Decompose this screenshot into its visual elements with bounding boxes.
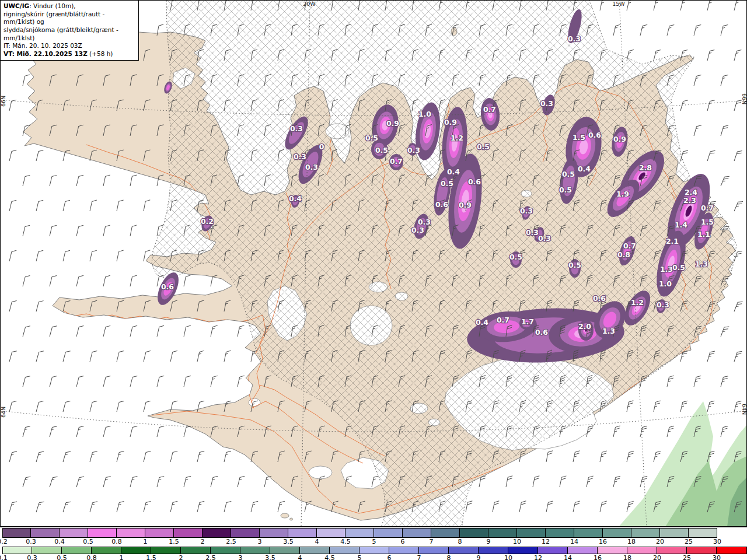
wind-barb	[36, 200, 43, 212]
scale-swatch	[657, 547, 687, 554]
title-line-2: rigning/skúrir (grænt/blátt/rautt - mm/1…	[4, 10, 136, 26]
precip-value-label: 0.3	[407, 146, 420, 155]
wind-barb	[613, 475, 620, 488]
precip-value-label: 0.3	[657, 300, 669, 309]
precip-value-label: 0	[319, 142, 324, 151]
scale-swatch	[330, 547, 359, 554]
wind-barb	[734, 200, 743, 213]
scale-swatch	[174, 528, 203, 538]
wind-barb	[546, 500, 553, 513]
wind-barb	[23, 275, 30, 288]
scale-swatch	[62, 547, 92, 554]
scale-tick-label: 5	[372, 538, 376, 545]
scale-swatch	[359, 547, 389, 554]
wind-barb	[211, 375, 218, 388]
scale-tick-label: 16	[599, 538, 607, 545]
wind-barb	[23, 325, 30, 338]
scale-swatch	[203, 528, 231, 538]
wind-barb	[211, 324, 218, 337]
wind-barb	[117, 501, 124, 513]
wind-barb	[90, 250, 97, 262]
wind-barb	[707, 0, 714, 12]
wind-barb	[734, 300, 743, 313]
wind-barb	[9, 300, 17, 313]
scale-swatch	[631, 528, 660, 538]
scale-swatch	[574, 528, 603, 538]
precip-value-label: 1.0	[659, 279, 672, 288]
precip-value-label: 0.5	[559, 186, 572, 194]
scale-tick-label: 30	[713, 538, 721, 545]
wind-barb	[170, 501, 177, 513]
scale-swatch	[60, 528, 88, 538]
wind-barb	[50, 225, 57, 237]
wind-barb	[587, 475, 594, 488]
scale-swatch	[88, 528, 117, 538]
wind-barb	[23, 425, 30, 438]
wind-barb	[103, 325, 110, 338]
wind-barb	[197, 450, 204, 463]
wind-barb	[90, 199, 97, 212]
wind-barb	[103, 425, 110, 438]
wind-barb	[506, 475, 512, 488]
title-line-3: slydda/snjókoma (grátt/bleikt/grænt - mm…	[4, 26, 136, 42]
meridian-label: 15W	[612, 1, 625, 7]
wind-barb	[130, 425, 137, 438]
wind-barb	[36, 501, 44, 513]
wind-barb	[90, 400, 97, 413]
wind-barb	[627, 0, 634, 12]
scale-swatch	[2, 547, 32, 554]
glacier	[309, 466, 332, 479]
scale-swatch	[449, 547, 479, 554]
wind-barb	[144, 450, 151, 463]
wind-barb	[734, 49, 741, 62]
precip-value-label: 0.5	[375, 146, 388, 155]
wind-barb	[734, 350, 742, 363]
wind-barb	[63, 450, 71, 463]
scale-swatch	[419, 547, 449, 554]
wind-barb	[694, 124, 701, 137]
scale-tick-label: 4	[298, 554, 302, 560]
precip-value-label: 1.9	[616, 190, 629, 198]
precip-value-label: 0.2	[201, 217, 214, 226]
wind-barb	[667, 24, 674, 37]
wind-barb	[211, 475, 218, 488]
scale-swatch	[31, 528, 60, 538]
wind-barb	[63, 250, 70, 262]
scale-swatch	[717, 547, 747, 554]
scale-tick-label: 2.5	[226, 538, 236, 545]
product-code: UWC/IG	[4, 2, 29, 9]
scale-tick-label: 9	[477, 554, 481, 560]
precip-value-label: 0.7	[701, 204, 714, 212]
wind-barb	[90, 450, 97, 463]
wind-barb	[184, 475, 191, 488]
wind-barb	[600, 0, 607, 12]
wind-barb	[721, 175, 729, 188]
precip-value-label: 0.4	[447, 167, 460, 176]
scale-tick-label: 0.4	[54, 538, 65, 545]
precip-value-label: 0.9	[613, 135, 626, 144]
scale-tick-label: 1.5	[146, 554, 156, 560]
wind-barb	[50, 475, 58, 488]
wind-barb	[197, 501, 204, 513]
precip-value-label: 0.7	[497, 316, 509, 324]
wind-barb	[707, 49, 714, 62]
wind-barb	[694, 24, 701, 37]
precip-value-label: 0.6	[468, 177, 481, 186]
wind-barb	[117, 450, 124, 463]
wind-barb	[707, 149, 715, 162]
scale-tick-label: 9	[487, 538, 491, 545]
wind-barb	[613, 23, 620, 36]
precip-value-label: 0.5	[441, 179, 453, 188]
wind-barb	[23, 375, 30, 388]
wind-barb	[9, 350, 17, 363]
wind-barb	[251, 501, 258, 513]
wind-barb	[721, 325, 729, 338]
scale-tick-label: 25	[685, 538, 693, 545]
scale-tick-label: 5	[358, 554, 362, 560]
wind-barb	[76, 225, 83, 237]
scale-swatch	[151, 547, 181, 554]
wind-barb	[493, 500, 499, 513]
sleet-scalebar	[0, 528, 747, 538]
scale-tick-label: 10	[504, 554, 512, 560]
glacier	[249, 398, 260, 407]
